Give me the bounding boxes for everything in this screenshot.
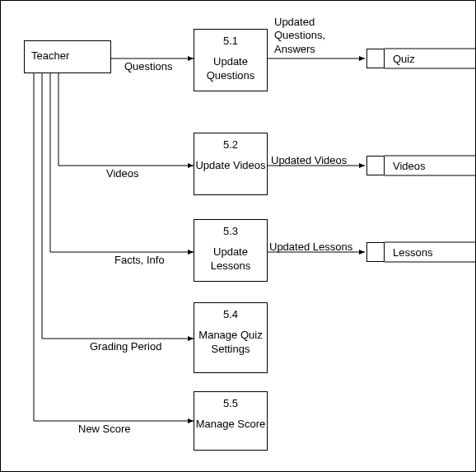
flow-grading-period: Grading Period: [90, 340, 161, 353]
process-name: Update Questions: [194, 55, 267, 83]
process-num: 5.3: [194, 225, 267, 237]
flow-updated-qa: Updated Questions, Answers: [274, 16, 325, 56]
datastore-tab-lessons: [366, 242, 385, 262]
entity-teacher: Teacher: [24, 40, 111, 73]
process-name: Manage Quiz Settings: [194, 329, 267, 357]
process-5-3: 5.3 Update Lessons: [194, 219, 268, 282]
flow-updated-videos: Updated Videos: [271, 154, 347, 166]
flow-new-score: New Score: [78, 423, 131, 435]
process-name: Update Videos: [194, 159, 267, 173]
datastore-videos-label: Videos: [393, 160, 426, 172]
process-num: 5.5: [194, 397, 267, 409]
process-num: 5.1: [194, 35, 267, 47]
flow-facts-info: Facts, Info: [114, 254, 165, 266]
datastore-tab-quiz: [366, 49, 385, 68]
process-5-4: 5.4 Manage Quiz Settings: [194, 302, 268, 373]
process-num: 5.4: [194, 308, 267, 320]
flow-videos: Videos: [106, 167, 139, 180]
datastore-lessons-label: Lessons: [393, 246, 432, 259]
flow-updated-lessons: Updated Lessons: [269, 241, 352, 253]
process-5-1: 5.1 Update Questions: [194, 29, 268, 91]
process-5-2: 5.2 Update Videos: [194, 133, 268, 195]
dfd-frame: Teacher 5.1 Update Questions 5.2 Update …: [0, 0, 476, 472]
datastore-tab-videos: [366, 156, 385, 175]
entity-label: Teacher: [25, 41, 110, 70]
process-5-5: 5.5 Manage Score: [194, 391, 268, 451]
process-num: 5.2: [194, 138, 267, 151]
datastore-quiz-label: Quiz: [393, 53, 415, 65]
process-name: Update Lessons: [194, 245, 267, 273]
flow-questions: Questions: [124, 60, 173, 72]
process-name: Manage Score: [194, 418, 267, 432]
